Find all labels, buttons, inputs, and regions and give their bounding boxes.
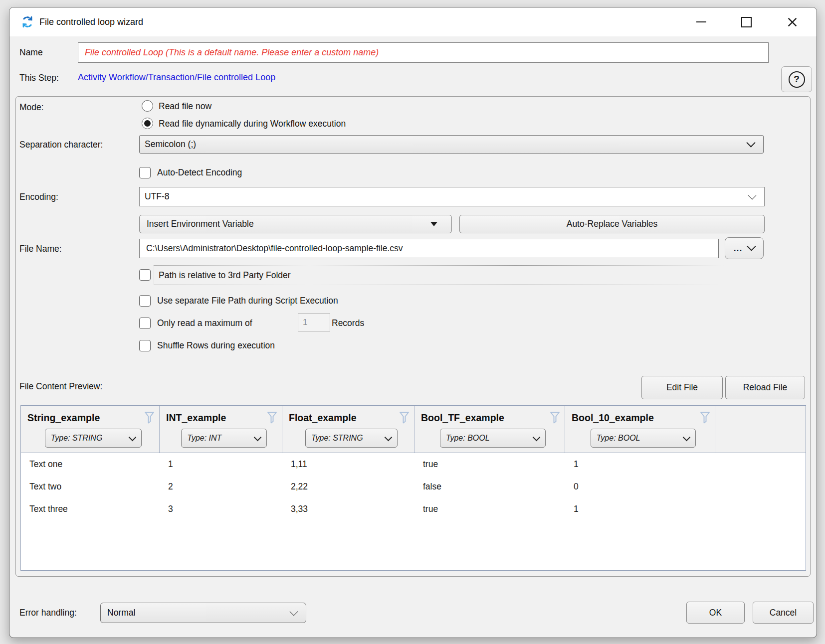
- browse-button[interactable]: ...: [725, 237, 764, 259]
- error-handling-label: Error handling:: [19, 608, 77, 618]
- radio-read-file-now-label: Read file now: [159, 101, 211, 112]
- shuffle-rows-label: Shuffle Rows during execution: [157, 340, 275, 351]
- cancel-button[interactable]: Cancel: [753, 602, 814, 624]
- column-type-select[interactable]: Type: BOOL: [591, 429, 696, 448]
- column-title: Bool_10_example: [572, 410, 654, 424]
- column-type-select[interactable]: Type: STRING: [305, 429, 398, 448]
- column-type-select[interactable]: Type: INT: [181, 429, 266, 448]
- radio-read-dynamically[interactable]: [142, 118, 153, 129]
- encoding-select[interactable]: UTF-8: [139, 187, 765, 206]
- column-type-label: Type: BOOL: [440, 434, 534, 443]
- table-cell: 1: [565, 504, 715, 514]
- reload-file-button[interactable]: Reload File: [725, 376, 805, 399]
- insert-environment-variable-label: Insert Environment Variable: [147, 219, 254, 229]
- max-records-label: Only read a maximum of: [157, 318, 252, 328]
- chevron-down-icon: [290, 607, 298, 616]
- table-cell: 3: [160, 504, 282, 514]
- chevron-down-icon: [748, 191, 757, 199]
- max-records-checkbox[interactable]: [139, 318, 151, 329]
- column-type-select[interactable]: Type: STRING: [45, 429, 142, 448]
- edit-file-button[interactable]: Edit File: [641, 376, 723, 399]
- table-cell: Text one: [21, 459, 160, 470]
- maximize-icon: [741, 17, 752, 27]
- separation-character-select[interactable]: Semicolon (;): [139, 135, 764, 154]
- dialog-file-controlled-loop-wizard: File controlled loop wizard Name File co…: [9, 7, 817, 638]
- table-cell: 1,11: [282, 459, 414, 470]
- filter-icon[interactable]: [700, 411, 710, 424]
- name-label: Name: [19, 47, 43, 58]
- close-button[interactable]: [780, 7, 805, 36]
- window-title: File controlled loop wizard: [39, 7, 143, 36]
- insert-environment-variable-button[interactable]: Insert Environment Variable: [139, 215, 452, 233]
- column-type-label: Type: STRING: [306, 434, 386, 443]
- filter-icon[interactable]: [399, 411, 410, 424]
- edit-file-label: Edit File: [666, 382, 698, 393]
- separate-path-checkbox[interactable]: [139, 295, 151, 307]
- shuffle-rows-checkbox[interactable]: [139, 340, 151, 351]
- radio-read-file-now[interactable]: [142, 100, 153, 112]
- max-records-input[interactable]: 1: [298, 313, 330, 331]
- column-title: Bool_TF_example: [421, 410, 504, 424]
- separate-path-label: Use separate File Path during Script Exe…: [157, 296, 338, 306]
- ok-label: OK: [709, 608, 722, 618]
- column-header-Float_example: Float_exampleType: STRING: [282, 406, 414, 453]
- help-button[interactable]: ?: [781, 66, 812, 92]
- auto-replace-variables-button[interactable]: Auto-Replace Variables: [459, 215, 765, 233]
- table-header-row: String_exampleType: STRINGINT_exampleTyp…: [21, 406, 806, 453]
- loop-icon: [20, 15, 34, 29]
- table-cell: 1: [160, 459, 282, 470]
- help-icon: ?: [789, 71, 805, 88]
- chevron-down-icon: [129, 433, 137, 441]
- chevron-down-icon: [253, 433, 261, 441]
- column-header-Bool_10_example: Bool_10_exampleType: BOOL: [565, 406, 715, 453]
- name-input[interactable]: File controlled Loop (This is a default …: [78, 42, 769, 63]
- encoding-value: UTF-8: [145, 191, 170, 202]
- reload-file-label: Reload File: [743, 382, 788, 393]
- table-row[interactable]: Text three33,33true1: [21, 498, 806, 520]
- separation-character-value: Semicolon (;): [145, 139, 196, 150]
- maximize-button[interactable]: [734, 7, 759, 36]
- file-name-value: C:\Users\Administrator\Desktop\file-cont…: [146, 243, 403, 254]
- ok-button[interactable]: OK: [686, 602, 745, 624]
- column-header-String_example: String_exampleType: STRING: [21, 406, 160, 453]
- column-header-Bool_TF_example: Bool_TF_exampleType: BOOL: [414, 406, 565, 453]
- filter-icon[interactable]: [550, 411, 560, 424]
- minimize-button[interactable]: [689, 7, 714, 36]
- column-title: Float_example: [289, 410, 356, 424]
- max-records-value: 1: [303, 318, 307, 327]
- column-type-label: Type: BOOL: [591, 434, 684, 443]
- path-relative-label: Path is relative to 3rd Party Folder: [159, 270, 291, 281]
- radio-read-dynamically-label: Read file dynamically during Workflow ex…: [159, 119, 346, 129]
- close-icon: [787, 17, 798, 27]
- column-header-INT_example: INT_exampleType: INT: [160, 406, 282, 453]
- separation-character-label: Separation character:: [19, 140, 103, 150]
- title-bar: File controlled loop wizard: [9, 7, 817, 36]
- path-relative-focus-box: Path is relative to 3rd Party Folder: [154, 265, 724, 285]
- path-relative-checkbox[interactable]: [139, 269, 151, 281]
- table-cell: 2: [160, 482, 282, 492]
- chevron-down-icon: [747, 242, 756, 251]
- auto-replace-variables-label: Auto-Replace Variables: [567, 219, 658, 229]
- filter-icon[interactable]: [144, 411, 155, 424]
- error-handling-select[interactable]: Normal: [100, 603, 306, 623]
- auto-detect-encoding-label: Auto-Detect Encoding: [157, 167, 242, 178]
- chevron-down-icon: [683, 433, 691, 441]
- chevron-down-icon: [746, 138, 755, 147]
- step-path-link[interactable]: Activity Workflow/Transaction/File contr…: [78, 72, 275, 83]
- encoding-label: Encoding:: [19, 192, 58, 202]
- table-row[interactable]: Text one11,11true1: [21, 453, 806, 476]
- table-cell: 0: [565, 482, 715, 492]
- file-name-label: File Name:: [19, 244, 62, 254]
- minimize-icon: [696, 21, 706, 23]
- table-cell: Text two: [21, 482, 160, 492]
- file-name-input[interactable]: C:\Users\Administrator\Desktop\file-cont…: [139, 239, 719, 258]
- error-handling-value: Normal: [107, 608, 135, 618]
- name-input-value: File controlled Loop (This is a default …: [85, 47, 379, 58]
- table-cell: false: [414, 482, 565, 492]
- table-body: Text one11,11true1Text two22,22false0Tex…: [21, 453, 806, 520]
- filter-icon[interactable]: [267, 411, 277, 424]
- column-type-select[interactable]: Type: BOOL: [440, 429, 546, 448]
- table-row[interactable]: Text two22,22false0: [21, 476, 806, 498]
- auto-detect-encoding-checkbox[interactable]: [139, 167, 151, 178]
- mode-label: Mode:: [19, 102, 44, 113]
